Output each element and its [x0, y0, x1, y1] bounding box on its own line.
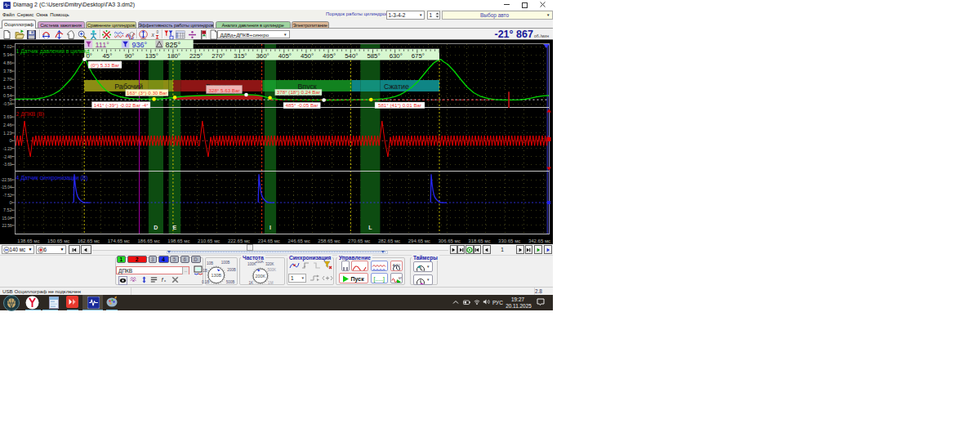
svg-text:450°: 450° — [301, 52, 314, 60]
svg-text:2.46: 2.46 — [3, 123, 12, 127]
svg-text:405°: 405° — [278, 52, 292, 60]
svg-text:198.65 мс: 198.65 мс — [167, 239, 189, 243]
svg-text:234.65 мс: 234.65 мс — [258, 239, 280, 243]
svg-text:500K: 500K — [267, 268, 276, 272]
svg-text:581° (41°) 0.01 Bar: 581° (41°) 0.01 Bar — [378, 102, 421, 108]
svg-text:4 Датчик синхронизации (В): 4 Датчик синхронизации (В) — [16, 175, 88, 181]
svg-text:2 ДПКВ (В): 2 ДПКВ (В) — [16, 111, 45, 118]
svg-text:174.65 мс: 174.65 мс — [108, 239, 130, 243]
svg-text:-2.46: -2.46 — [3, 155, 12, 159]
svg-text:0: 0 — [10, 200, 12, 205]
svg-text:3.78: 3.78 — [3, 69, 12, 74]
svg-text:D: D — [154, 225, 158, 230]
svg-text:342.65 мс: 342.65 мс — [528, 239, 550, 243]
svg-text:x: x — [164, 279, 166, 283]
svg-text:270°: 270° — [212, 52, 225, 60]
svg-text:-15.04: -15.04 — [1, 185, 12, 190]
svg-text:-3.69: -3.69 — [3, 163, 12, 167]
svg-text:141° (-39°) -0.02 Bar -4°: 141° (-39°) -0.02 Bar -4° — [94, 102, 149, 108]
svg-text:1B: 1B — [203, 269, 207, 273]
svg-text:15.04: 15.04 — [2, 216, 11, 221]
svg-text:825°: 825° — [166, 41, 181, 49]
svg-text:AUTO: AUTO — [392, 264, 400, 267]
svg-text:200K: 200K — [255, 273, 265, 278]
svg-text:485° -0.05 Bar: 485° -0.05 Bar — [286, 102, 318, 108]
svg-text:4.86: 4.86 — [3, 60, 12, 65]
svg-text:3.69: 3.69 — [3, 114, 12, 119]
svg-text:22.56: 22.56 — [2, 224, 11, 228]
svg-text:7.52: 7.52 — [3, 207, 12, 212]
svg-text:282.65 мс: 282.65 мс — [378, 239, 400, 243]
svg-text:100B: 100B — [221, 261, 230, 265]
svg-text:5.94: 5.94 — [3, 52, 12, 57]
svg-text:246.65 мс: 246.65 мс — [288, 239, 310, 243]
svg-text:Сжатие: Сжатие — [384, 82, 409, 91]
svg-text:225°: 225° — [189, 52, 203, 60]
svg-text:675°: 675° — [412, 52, 425, 60]
svg-text:294.65 мс: 294.65 мс — [408, 239, 430, 243]
svg-text:1.23: 1.23 — [3, 131, 12, 136]
svg-text:222.65 мс: 222.65 мс — [228, 239, 250, 243]
svg-text:186.65 мс: 186.65 мс — [138, 239, 160, 243]
svg-text:210.65 мс: 210.65 мс — [198, 239, 220, 243]
svg-text:I: I — [270, 225, 271, 230]
svg-text:328° 5.63 Bar: 328° 5.63 Bar — [209, 87, 240, 93]
svg-text:315°: 315° — [234, 52, 247, 60]
svg-text:360°: 360° — [256, 52, 270, 60]
svg-text:0.1B: 0.1B — [202, 280, 209, 284]
svg-text:0: 0 — [10, 138, 12, 143]
svg-text:258.65 мс: 258.65 мс — [318, 239, 340, 243]
svg-text:1.62: 1.62 — [3, 85, 12, 90]
svg-text:270.65 мс: 270.65 мс — [348, 239, 370, 243]
svg-text:320K: 320K — [265, 262, 274, 266]
svg-text:E: E — [173, 225, 177, 230]
svg-text:318.65 мс: 318.65 мс — [468, 239, 490, 243]
svg-text:7.02: 7.02 — [3, 44, 12, 49]
svg-text:150.65 мс: 150.65 мс — [47, 239, 69, 243]
svg-text:378° (18°) 0.24 Bar: 378° (18°) 0.24 Bar — [277, 89, 320, 95]
svg-text:330.65 мс: 330.65 мс — [498, 239, 520, 243]
svg-text:936°: 936° — [132, 41, 148, 49]
svg-text:306.65 мс: 306.65 мс — [439, 239, 461, 243]
svg-text:(0°) 5.33 Bar: (0°) 5.33 Bar — [91, 62, 119, 68]
svg-text:1K: 1K — [248, 280, 253, 284]
svg-text:162.65 мс: 162.65 мс — [78, 239, 100, 243]
svg-text:1 Датчик давления в цилинд: 1 Датчик давления в цилинд — [16, 48, 90, 55]
svg-text:-0.54: -0.54 — [3, 102, 12, 106]
svg-text:135°: 135° — [145, 52, 158, 60]
svg-text:250K: 250K — [255, 261, 264, 264]
svg-text:585°: 585° — [367, 52, 380, 60]
svg-text:45°: 45° — [103, 52, 113, 60]
svg-text:-1.23: -1.23 — [3, 147, 12, 151]
svg-text:138.65 мс: 138.65 мс — [17, 239, 39, 243]
svg-text:163° (3°) 0.30 Bar: 163° (3°) 0.30 Bar — [127, 90, 167, 96]
svg-text:90°: 90° — [125, 52, 135, 60]
svg-text:L: L — [368, 225, 372, 230]
svg-text:1M: 1M — [268, 280, 274, 284]
svg-text:500B: 500B — [226, 280, 235, 284]
svg-text:130B: 130B — [211, 273, 221, 278]
svg-text:MTS: MTS — [399, 276, 402, 279]
svg-text:540°: 540° — [345, 52, 358, 60]
svg-text:180°: 180° — [167, 52, 180, 60]
svg-text:495°: 495° — [323, 52, 336, 60]
svg-text:2.70: 2.70 — [3, 77, 12, 82]
svg-text:630°: 630° — [390, 52, 403, 60]
svg-text:10B: 10B — [207, 261, 213, 265]
svg-text:111°: 111° — [96, 41, 110, 49]
svg-text:-22.56: -22.56 — [1, 178, 12, 182]
svg-text:-7.52: -7.52 — [3, 194, 12, 198]
